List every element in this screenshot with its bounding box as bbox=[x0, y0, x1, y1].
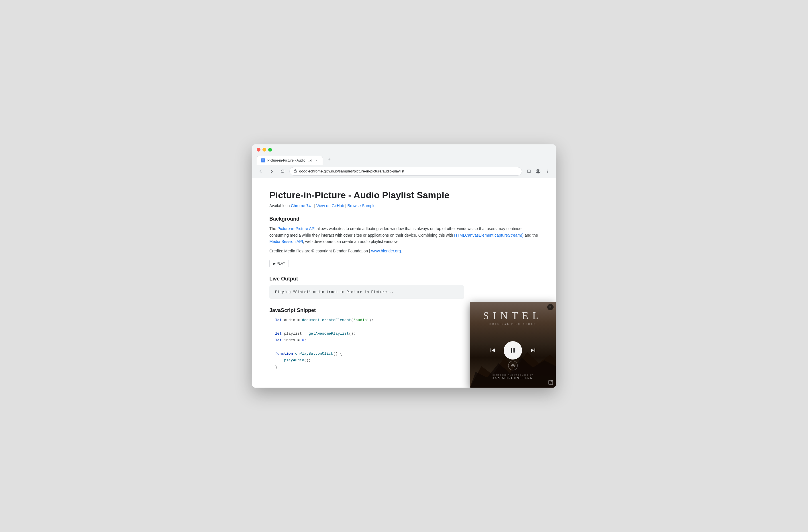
account-button[interactable] bbox=[534, 167, 542, 175]
pip-credits-name: JAN MORGENSTERN bbox=[493, 377, 533, 380]
traffic-lights bbox=[257, 148, 551, 151]
tab-close-button[interactable]: × bbox=[314, 158, 318, 163]
svg-rect-18 bbox=[535, 348, 535, 352]
toolbar-icons bbox=[525, 167, 551, 175]
play-button[interactable]: ▶ PLAY bbox=[269, 260, 289, 267]
bookmark-button[interactable] bbox=[525, 167, 533, 175]
svg-rect-16 bbox=[511, 348, 512, 353]
sintel-title-area: SINTEL ORIGINAL FILM SCORE bbox=[483, 310, 543, 326]
pip-expand-button[interactable] bbox=[548, 380, 554, 385]
canvas-stream-link[interactable]: HTMLCanvasElement.captureStream() bbox=[454, 233, 524, 238]
svg-rect-1 bbox=[262, 160, 264, 161]
svg-point-10 bbox=[547, 171, 548, 171]
new-tab-button[interactable]: + bbox=[325, 155, 333, 164]
close-window-button[interactable] bbox=[257, 148, 260, 151]
address-bar-row: googlechrome.github.io/samples/picture-i… bbox=[252, 165, 556, 178]
pip-credits-area: Composed and Produced by JAN MORGENSTERN bbox=[493, 374, 533, 380]
live-output-text: Playing "Sintel" audio track in Picture-… bbox=[275, 290, 393, 294]
chrome-version-link[interactable]: Chrome 74+ bbox=[291, 203, 313, 208]
lock-icon bbox=[294, 169, 297, 173]
svg-rect-6 bbox=[294, 170, 297, 172]
browse-samples-link[interactable]: Browse Samples bbox=[348, 203, 378, 208]
pip-window: SINTEL ORIGINAL FILM SCORE × bbox=[470, 302, 556, 388]
pip-credits-label: Composed and Produced by bbox=[493, 374, 533, 376]
page-title: Picture-in-Picture - Audio Playlist Samp… bbox=[269, 190, 539, 201]
svg-marker-15 bbox=[492, 348, 495, 352]
github-link[interactable]: View on GitHub bbox=[316, 203, 344, 208]
svg-point-9 bbox=[547, 170, 548, 170]
tab-favicon bbox=[261, 159, 265, 162]
back-button[interactable] bbox=[257, 167, 265, 175]
svg-rect-3 bbox=[262, 160, 264, 160]
pip-close-button[interactable]: × bbox=[547, 304, 554, 310]
tab-title: Picture-in-Picture - Audio bbox=[267, 159, 306, 162]
menu-button[interactable] bbox=[543, 167, 551, 175]
address-field[interactable]: googlechrome.github.io/samples/picture-i… bbox=[289, 167, 522, 176]
live-output-box: Playing "Sintel" audio track in Picture-… bbox=[269, 285, 464, 299]
pip-next-button[interactable] bbox=[528, 345, 538, 355]
svg-rect-17 bbox=[513, 348, 515, 353]
active-tab[interactable]: Picture-in-Picture - Audio × bbox=[257, 156, 323, 165]
pip-tab-icon bbox=[308, 159, 312, 162]
address-text: googlechrome.github.io/samples/picture-i… bbox=[299, 169, 518, 173]
svg-rect-22 bbox=[549, 381, 553, 384]
background-para1: The Picture-in-Picture API allows websit… bbox=[269, 225, 539, 245]
browser-window: Picture-in-Picture - Audio × + googlechr… bbox=[252, 144, 556, 388]
blender-link[interactable]: www.blender.org bbox=[371, 249, 401, 253]
pip-controls bbox=[488, 341, 538, 360]
pip-pause-button[interactable] bbox=[504, 341, 522, 360]
forward-button[interactable] bbox=[268, 167, 276, 175]
credits-text: Credits: Media files are © copyright Ble… bbox=[269, 248, 539, 254]
availability-prefix: Available in bbox=[269, 203, 290, 208]
sintel-title: SINTEL bbox=[483, 310, 543, 322]
svg-rect-5 bbox=[310, 160, 311, 161]
background-heading: Background bbox=[269, 216, 539, 222]
availability-row: Available in Chrome 74+ | View on GitHub… bbox=[269, 203, 539, 208]
media-session-link[interactable]: Media Session API bbox=[269, 239, 303, 244]
svg-marker-19 bbox=[531, 348, 534, 352]
pip-prev-button[interactable] bbox=[488, 345, 498, 355]
pip-tree-icon bbox=[508, 361, 518, 372]
live-output-heading: Live Output bbox=[269, 276, 539, 282]
title-bar: Picture-in-Picture - Audio × + bbox=[252, 144, 556, 165]
minimize-window-button[interactable] bbox=[262, 148, 266, 151]
reload-button[interactable] bbox=[278, 167, 287, 175]
svg-rect-2 bbox=[262, 161, 264, 161]
fullscreen-window-button[interactable] bbox=[268, 148, 272, 151]
pip-api-link[interactable]: Picture-in-Picture API bbox=[277, 226, 315, 231]
svg-rect-14 bbox=[491, 348, 491, 352]
sintel-subtitle: ORIGINAL FILM SCORE bbox=[483, 323, 543, 326]
svg-point-11 bbox=[547, 172, 548, 173]
tabs-row: Picture-in-Picture - Audio × + bbox=[257, 155, 551, 165]
svg-point-8 bbox=[537, 170, 539, 171]
page-content: Picture-in-Picture - Audio Playlist Samp… bbox=[252, 178, 556, 388]
